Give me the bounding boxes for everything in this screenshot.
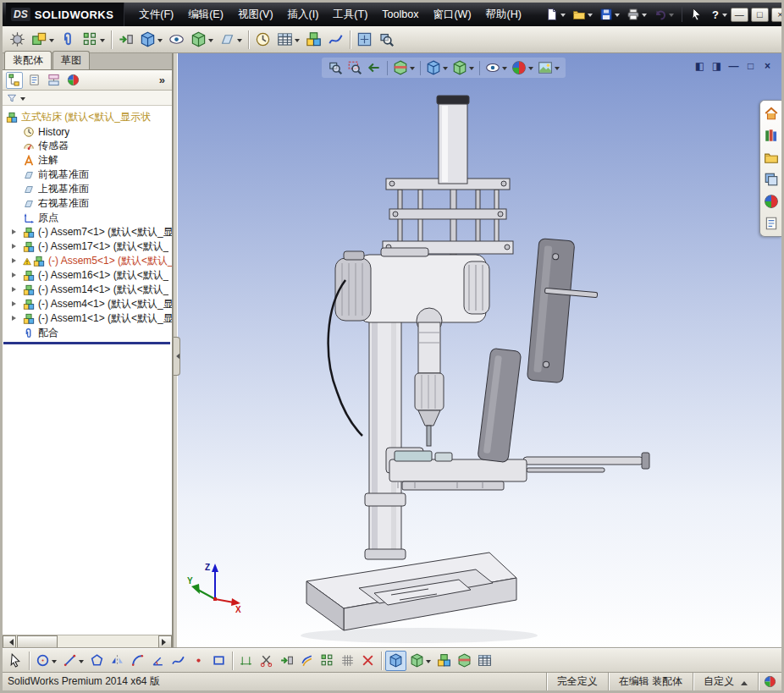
menu-toolbox[interactable]: Toolbox [375, 4, 425, 25]
tree-item-assem5[interactable]: (-) Assem5<1> (默认<默认_ [3, 254, 172, 268]
part-guide-frame[interactable] [383, 179, 513, 255]
offset-entities-tool[interactable] [297, 651, 317, 671]
expand-arrow-icon[interactable] [12, 258, 19, 263]
insert-components-button[interactable] [29, 29, 57, 51]
scrollbar-track[interactable] [58, 635, 158, 648]
show-hidden-components-button[interactable] [166, 29, 187, 51]
window-minimize-button[interactable]: — [731, 8, 748, 22]
expand-arrow-icon[interactable] [12, 316, 19, 321]
part-spindle-chuck[interactable] [415, 322, 444, 446]
tree-item-right-plane[interactable]: 右视基准面 [3, 196, 172, 211]
filter-dropdown-icon[interactable] [20, 97, 25, 103]
window-maximize-button[interactable]: □ [751, 8, 769, 22]
document-restore-button[interactable]: □ [745, 61, 756, 72]
zoom-to-fit-button[interactable] [326, 59, 345, 76]
featuremanager-tab[interactable] [6, 72, 23, 89]
part-air-cylinder[interactable] [437, 96, 469, 184]
polygon-tool[interactable] [87, 651, 107, 671]
tab-sketch[interactable]: 草图 [52, 51, 90, 69]
assembly-features-button[interactable] [188, 29, 216, 51]
solidworks-resources-tab[interactable] [764, 106, 779, 121]
part-head[interactable] [359, 248, 489, 333]
menu-tools[interactable]: 工具(T) [326, 3, 374, 26]
tree-item-history[interactable]: History [3, 124, 172, 139]
status-custom-dropdown[interactable]: 自定义 [693, 673, 758, 690]
edit-component-button[interactable] [7, 29, 28, 51]
line-tool[interactable] [60, 651, 86, 671]
tree-item-annotations[interactable]: 注解 [3, 153, 172, 168]
arc-tool[interactable] [128, 651, 147, 671]
zoom-to-area-button[interactable] [345, 59, 364, 76]
drill-press-model[interactable] [178, 53, 781, 648]
scroll-right-button[interactable] [158, 635, 172, 648]
print-button[interactable] [624, 5, 649, 24]
quick-tips-icon[interactable] [758, 673, 781, 690]
design-library-tab[interactable] [764, 128, 779, 143]
tree-item-assem17[interactable]: (-) Assem17<1> (默认<默认_ [3, 239, 172, 254]
open-document-button[interactable] [570, 5, 595, 24]
linear-component-pattern-button[interactable] [80, 29, 108, 51]
menu-help[interactable]: 帮助(H) [479, 3, 528, 26]
tree-item-origin[interactable]: 原点 [3, 211, 172, 225]
filter-funnel-icon[interactable] [7, 93, 17, 103]
tree-item-assem1[interactable]: (-) Assem1<1> (默认<默认_显 [3, 311, 172, 326]
tree-item-sensors[interactable]: 传感器 [3, 139, 172, 153]
new-motion-study-button[interactable] [252, 29, 273, 51]
hide-show-items-button[interactable] [483, 59, 509, 76]
spline-tool[interactable] [168, 651, 188, 671]
graphics-viewport[interactable]: ◧ ◨ — □ × [178, 53, 781, 648]
expand-arrow-icon[interactable] [12, 229, 19, 234]
linear-sketch-pattern-tool[interactable] [317, 651, 337, 671]
panel-collapse-handle[interactable] [174, 337, 180, 376]
menu-edit[interactable]: 编辑(E) [181, 3, 230, 26]
select-cursor-button[interactable] [687, 5, 706, 24]
scrollbar-thumb[interactable] [17, 635, 58, 648]
part-exploded-plate-left[interactable] [478, 348, 522, 462]
part-base[interactable] [306, 553, 516, 630]
tree-item-front-plane[interactable]: 前视基准面 [3, 168, 172, 182]
tree-item-root[interactable]: 立式钻床 (默认<默认_显示状 [3, 110, 172, 124]
circle-tool[interactable] [33, 651, 59, 671]
edit-appearance-button[interactable] [510, 59, 535, 76]
new-document-button[interactable] [543, 5, 568, 24]
view-orientation-button[interactable] [424, 59, 450, 76]
smart-fasteners-button[interactable] [115, 29, 136, 51]
expand-arrow-icon[interactable] [12, 287, 19, 292]
erase-tool[interactable] [358, 651, 378, 671]
isometric-view-button[interactable] [385, 651, 406, 671]
expand-arrow-icon[interactable] [12, 244, 19, 249]
custom-properties-tab[interactable] [764, 216, 779, 231]
trim-entities-tool[interactable] [257, 651, 276, 671]
point-tool[interactable] [189, 651, 208, 671]
panel-overflow-button[interactable]: » [156, 74, 168, 86]
tree-item-mates[interactable]: 配合 [3, 326, 172, 340]
explode-line-sketch-button[interactable] [325, 29, 346, 51]
displaymanager-tab[interactable] [64, 72, 81, 89]
document-minimize-button[interactable]: — [728, 61, 739, 72]
scroll-left-button[interactable] [3, 635, 16, 648]
select-tool[interactable] [6, 651, 25, 671]
expand-arrow-icon[interactable] [12, 301, 19, 306]
part-exploded-plate-right[interactable] [527, 239, 601, 386]
exploded-view-button[interactable] [434, 651, 454, 671]
tree-item-assem16[interactable]: (-) Assem16<1> (默认<默认_ [3, 268, 172, 283]
section-view-button[interactable] [455, 651, 474, 671]
tab-assembly[interactable]: 装配体 [4, 51, 52, 69]
window-close-button[interactable]: × [771, 8, 784, 22]
mirror-entities-tool[interactable] [108, 651, 127, 671]
expand-arrow-icon[interactable] [12, 272, 19, 278]
reference-geometry-button[interactable] [217, 29, 245, 51]
document-close-button[interactable]: × [762, 61, 773, 72]
section-view-button[interactable] [391, 59, 417, 76]
smart-dimension-tool[interactable] [236, 651, 256, 671]
configurationmanager-tab[interactable] [45, 72, 62, 89]
menu-view[interactable]: 视图(V) [231, 3, 280, 26]
undo-button[interactable] [651, 5, 676, 24]
apply-scene-button[interactable] [536, 59, 561, 76]
part-column[interactable] [365, 316, 406, 559]
tree-item-top-plane[interactable]: 上视基准面 [3, 182, 172, 196]
tangent-arc-tool[interactable] [148, 651, 168, 671]
move-component-button[interactable] [137, 29, 165, 51]
sketch-grid-tool[interactable] [338, 651, 357, 671]
tree-item-assem7[interactable]: (-) Assem7<1> (默认<默认_显 [3, 225, 172, 239]
